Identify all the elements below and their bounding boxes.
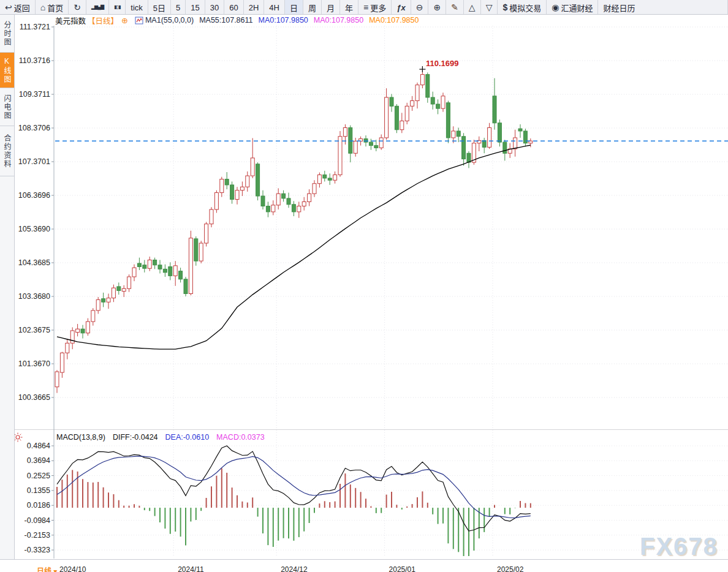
macd-axis-label: 0.3694: [27, 456, 50, 465]
macd-dea-value: DEA:-0.0610: [165, 433, 210, 442]
arrow-back-icon: ↩: [5, 3, 12, 12]
zoom-in-icon: ⊕: [433, 3, 441, 12]
macd-macd-value: MACD:0.0373: [216, 433, 265, 442]
tab-lightning-chart[interactable]: 闪电图: [0, 88, 14, 126]
period-5m-button-label: 5: [176, 3, 180, 12]
candle: [302, 201, 306, 206]
zoom-in-button[interactable]: ⊕: [428, 0, 446, 15]
period-month-button[interactable]: 月: [322, 0, 340, 15]
price-axis-label: 108.3706: [18, 124, 50, 132]
period-year-button-label: 年: [345, 2, 353, 13]
chart-canvas[interactable]: 111.3721110.3716109.3711108.3706107.3701…: [0, 0, 728, 572]
candle: [163, 269, 167, 272]
finance-calendar-button[interactable]: 财经日历: [598, 0, 728, 15]
price-axis-label: 101.3670: [18, 359, 50, 368]
sim-trading-button-label: 模拟交易: [509, 2, 541, 13]
period-60m-button-label: 60: [229, 3, 238, 12]
line-chart-icon: ▂▆▄▇: [91, 5, 104, 10]
line-chart-button[interactable]: ▂▆▄▇: [86, 0, 109, 15]
candle: [210, 209, 213, 224]
period-day-button-label: 日: [290, 2, 298, 13]
candle: [76, 329, 80, 332]
price-axis-label: 102.3675: [18, 326, 50, 334]
add-indicator-icon[interactable]: ⊕: [121, 16, 128, 25]
period-60m-button[interactable]: 60: [224, 0, 243, 15]
candle: [308, 194, 311, 201]
tab-kline-chart[interactable]: K线图: [0, 53, 14, 88]
sim-trading-button[interactable]: $模拟交易: [498, 0, 547, 15]
candle: [343, 127, 347, 136]
period-15m-button-label: 15: [191, 3, 199, 12]
candle: [251, 158, 254, 176]
zoom-out-button[interactable]: ⊖: [411, 0, 429, 15]
candle: [153, 260, 157, 265]
tab-intraday-chart[interactable]: 分时图: [0, 15, 14, 53]
candle: [117, 287, 121, 291]
ma0-value-orange: MA0:107.9850: [369, 16, 419, 24]
high-price-annotation: 110.1699: [426, 59, 459, 68]
candle: [276, 194, 280, 205]
macd-axis-label: -0.0984: [25, 516, 50, 525]
candle: [122, 288, 126, 291]
more-button[interactable]: ≡更多: [358, 0, 392, 15]
period-year-button[interactable]: 年: [340, 0, 358, 15]
candle: [230, 185, 234, 200]
period-5d-button[interactable]: 5日: [148, 0, 171, 15]
candle: [379, 138, 383, 148]
period-30m-button[interactable]: 30: [205, 0, 224, 15]
bottom-period-selector[interactable]: 日线 ▾: [37, 565, 57, 572]
candle: [431, 97, 434, 104]
candle: [132, 268, 136, 277]
period-day-button[interactable]: 日: [285, 0, 303, 15]
candle: [282, 194, 286, 198]
period-5m-button[interactable]: 5: [171, 0, 186, 15]
draw-pencil-button[interactable]: ✎: [446, 0, 464, 15]
candle: [323, 175, 327, 178]
period-week-button-label: 周: [308, 2, 316, 13]
back-button[interactable]: ↩返回: [0, 0, 36, 15]
candle: [503, 142, 507, 153]
period-month-button-label: 月: [327, 2, 335, 13]
left-sidebar: 分时图K线图闪电图合约资料: [0, 15, 15, 572]
candle: [390, 97, 393, 106]
indicator-fx-button[interactable]: ƒx: [392, 0, 411, 15]
bottom-axis-bar: 日线 ▾ 2024/102024/112024/122025/012025/02: [0, 559, 728, 572]
refresh-button[interactable]: ↻: [69, 0, 86, 15]
candlestick-button[interactable]: ▮▯▮: [109, 0, 126, 15]
candle: [420, 75, 424, 85]
period-2h-button[interactable]: 2H: [244, 0, 265, 15]
date-axis-label: 2025/02: [497, 565, 523, 572]
triangle-up-button[interactable]: △: [464, 0, 481, 15]
candle: [184, 279, 188, 294]
triangle-down-button[interactable]: ▽: [481, 0, 498, 15]
period-tick-button[interactable]: tick: [126, 0, 148, 15]
date-axis-label: 2024/10: [59, 565, 86, 572]
candle: [137, 263, 141, 266]
ma-window-icon[interactable]: [135, 17, 143, 24]
macd-axis-label: -0.2153: [25, 531, 50, 540]
candle: [214, 193, 218, 209]
period-4h-button[interactable]: 4H: [264, 0, 285, 15]
candle: [446, 103, 450, 138]
candle: [441, 96, 445, 108]
macd-axis-label: 0.4864: [27, 442, 50, 450]
symbol-name: 美元指数: [55, 15, 86, 26]
candle: [462, 137, 466, 159]
candle: [369, 142, 373, 145]
home-button[interactable]: ⌂首页: [36, 0, 69, 15]
period-30m-button-label: 30: [210, 3, 219, 12]
price-axis-label: 104.3685: [18, 258, 50, 267]
price-axis-label: 110.3716: [19, 56, 50, 65]
candle: [349, 127, 352, 153]
candle: [467, 153, 471, 162]
period-15m-button[interactable]: 15: [186, 0, 205, 15]
price-axis-label: 103.3680: [18, 292, 50, 301]
huitong-finance-button[interactable]: ◉汇通财经: [547, 0, 598, 15]
more-button-label: 更多: [370, 2, 386, 13]
candle: [194, 239, 198, 261]
tab-contract-info[interactable]: 合约资料: [0, 126, 14, 176]
refresh-icon: ↻: [74, 3, 81, 12]
candle: [261, 196, 265, 206]
candle: [333, 175, 337, 180]
period-week-button[interactable]: 周: [303, 0, 322, 15]
